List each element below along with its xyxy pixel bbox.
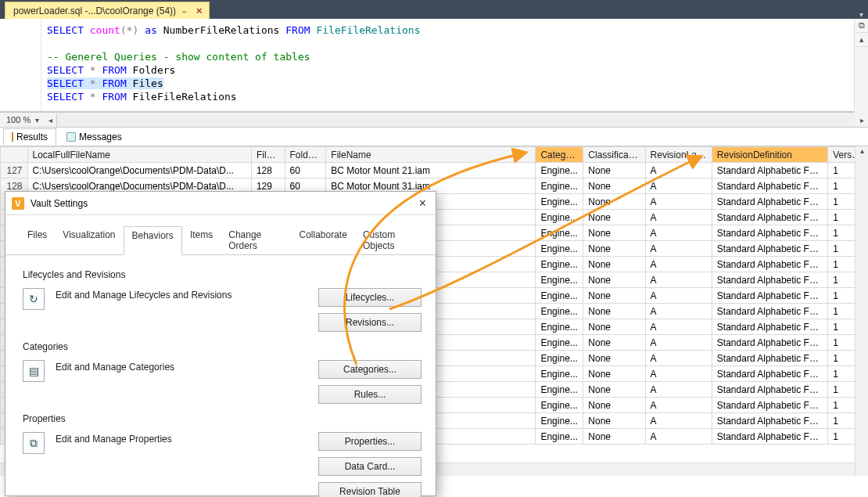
output-tabs: Results Messages: [0, 128, 868, 146]
revisions-button[interactable]: Revisions...: [318, 313, 421, 332]
cell-category: Engine...: [536, 413, 583, 429]
data-card-button[interactable]: Data Card...: [318, 457, 421, 476]
grid-icon: [12, 132, 13, 142]
zoom-level[interactable]: 100 %: [0, 115, 35, 124]
split-icon[interactable]: ⧉: [855, 19, 868, 33]
dialog-close-icon[interactable]: ×: [416, 196, 429, 211]
pin-icon[interactable]: ⫠: [181, 6, 188, 15]
cell-category: Engine...: [536, 178, 583, 194]
close-icon[interactable]: ×: [193, 5, 203, 16]
cell-classification: None: [583, 351, 645, 366]
cell-revdef: Standard Alphabetic Format: [712, 272, 827, 288]
cell-classification: None: [583, 272, 645, 288]
cell-revdef: Standard Alphabetic Format: [712, 241, 827, 257]
file-tab[interactable]: powerLoader.sql -...D\coolOrange (54)) ⫠…: [5, 2, 210, 19]
cell-category: Engine...: [536, 398, 583, 413]
code-content[interactable]: SELECT count(*) as NumberFileRelations F…: [0, 19, 868, 111]
col-category[interactable]: Category: [536, 147, 583, 163]
col-folderid[interactable]: FolderID: [285, 147, 326, 163]
rules-button[interactable]: Rules...: [318, 385, 421, 404]
properties-button[interactable]: Properties...: [318, 432, 421, 451]
cell-category: Engine...: [536, 429, 583, 445]
tabstrip-overflow-icon[interactable]: ▾: [859, 10, 868, 19]
cell-classification: None: [583, 225, 645, 241]
cell-revdef: Standard Alphabetic Format: [712, 319, 827, 335]
cell-classification: None: [583, 319, 645, 335]
section-properties-title: Properties: [23, 413, 421, 424]
col-localfullfilename[interactable]: LocalFullFileName: [27, 147, 251, 163]
cell-revlabel: A: [645, 398, 712, 413]
revision-table-button[interactable]: Revision Table: [318, 482, 421, 497]
tab-change-orders[interactable]: Change Orders: [221, 226, 291, 254]
cell-revlabel: A: [645, 163, 712, 178]
cell-revlabel: A: [645, 413, 712, 429]
cell-category: Engine...: [536, 335, 583, 351]
section-properties-desc: Edit and Manage Properties: [56, 432, 307, 445]
cell-category: Engine...: [536, 272, 583, 288]
section-categories-title: Categories: [23, 341, 421, 352]
cell-revdef: Standard Alphabetic Format: [712, 335, 827, 351]
cell-revlabel: A: [645, 335, 712, 351]
cell-revdef: Standard Alphabetic Format: [712, 413, 827, 429]
tab-custom-objects[interactable]: Custom Objects: [355, 226, 428, 254]
scroll-left-icon[interactable]: ◂: [44, 116, 56, 124]
cell-category: Engine...: [536, 194, 583, 210]
cell-classification: None: [583, 304, 645, 319]
cell-revdef: Standard Alphabetic Format: [712, 351, 827, 366]
section-lifecycles-desc: Edit and Manage Lifecycles and Revisions: [56, 288, 307, 301]
tab-visualization[interactable]: Visualization: [55, 226, 123, 254]
nav-up-icon[interactable]: ▴: [855, 33, 868, 47]
tab-behaviors[interactable]: Behaviors: [124, 226, 182, 255]
zoom-bar: 100 % ▾ ◂ ▸: [0, 112, 868, 128]
dialog-title: Vault Settings: [30, 198, 88, 209]
cell-category: Engine...: [536, 210, 583, 225]
cell-category: Engine...: [536, 257, 583, 272]
col-filename[interactable]: FileName: [326, 147, 536, 163]
table-row[interactable]: 127C:\Users\coolOrange\Documents\PDM-Dat…: [1, 163, 868, 178]
cell-revlabel: A: [645, 194, 712, 210]
editor-hscroll[interactable]: [56, 113, 855, 127]
cell-revlabel: A: [645, 241, 712, 257]
cell-filename: BC Motor Mount 21.iam: [326, 163, 536, 178]
tab-results[interactable]: Results: [3, 128, 56, 145]
cell-local: C:\Users\coolOrange\Documents\PDM-Data\D…: [27, 163, 251, 178]
cell-classification: None: [583, 257, 645, 272]
cell-category: Engine...: [536, 241, 583, 257]
cell-revlabel: A: [645, 382, 712, 398]
cell-revdef: Standard Alphabetic Format: [712, 304, 827, 319]
code-editor[interactable]: SELECT count(*) as NumberFileRelations F…: [0, 19, 868, 112]
rownum-cell: 127: [1, 163, 28, 178]
col-revisionlabel[interactable]: RevisionLabel: [645, 147, 712, 163]
cell-revlabel: A: [645, 319, 712, 335]
cell-folderid: 60: [285, 163, 326, 178]
cell-revdef: Standard Alphabetic Format: [712, 194, 827, 210]
cell-classification: None: [583, 398, 645, 413]
tab-items[interactable]: Items: [182, 226, 221, 254]
scroll-up-icon[interactable]: ▴: [855, 146, 868, 159]
tab-messages[interactable]: Messages: [58, 128, 131, 145]
rownum-header[interactable]: [1, 147, 28, 163]
cell-category: Engine...: [536, 366, 583, 382]
cell-revdef: Standard Alphabetic Format: [712, 382, 827, 398]
cell-revlabel: A: [645, 351, 712, 366]
cell-classification: None: [583, 288, 645, 304]
col-fileid[interactable]: FileID: [251, 147, 285, 163]
cell-revlabel: A: [645, 178, 712, 194]
col-classification[interactable]: Classification: [583, 147, 645, 163]
grid-vscroll[interactable]: ▴: [855, 146, 868, 476]
dialog-titlebar[interactable]: V Vault Settings ×: [5, 192, 436, 215]
cell-category: Engine...: [536, 225, 583, 241]
lifecycles-button[interactable]: Lifecycles...: [318, 288, 421, 307]
editor-tabstrip: powerLoader.sql -...D\coolOrange (54)) ⫠…: [0, 0, 868, 19]
categories-button[interactable]: Categories...: [318, 360, 421, 379]
zoom-dropdown-icon[interactable]: ▾: [35, 116, 44, 124]
tab-files[interactable]: Files: [20, 226, 55, 254]
scroll-right-icon[interactable]: ▸: [855, 116, 868, 124]
messages-icon: [66, 132, 76, 142]
cell-classification: None: [583, 194, 645, 210]
cell-revdef: Standard Alphabetic Format: [712, 398, 827, 413]
tab-collaborate[interactable]: Collaborate: [292, 226, 355, 254]
cell-category: Engine...: [536, 351, 583, 366]
col-revisiondefinition[interactable]: RevisionDefinition: [712, 147, 827, 163]
grid-header-row: LocalFullFileName FileID FolderID FileNa…: [1, 147, 868, 163]
